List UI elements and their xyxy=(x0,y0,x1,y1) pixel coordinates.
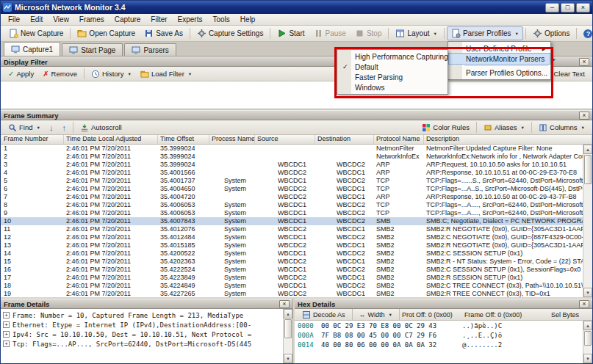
autoscroll-button[interactable]: Autoscroll xyxy=(76,121,126,134)
width-button[interactable]: ↔ Width ▼ xyxy=(355,309,397,321)
save-as-button[interactable]: Save As xyxy=(140,26,187,40)
new-capture-button[interactable]: New Capture xyxy=(4,26,68,40)
scroll-thumb[interactable] xyxy=(584,155,592,184)
submenu-item[interactable]: Faster Parsing xyxy=(338,72,447,82)
close-panel-icon[interactable]: × xyxy=(579,112,589,120)
frame-detail-node[interactable]: + Frame: Number = 10, Captured Frame Len… xyxy=(3,310,283,320)
expand-icon[interactable]: + xyxy=(3,312,10,318)
menu-item[interactable]: Experts xyxy=(173,15,208,24)
maximize-button[interactable]: □ xyxy=(561,3,575,12)
frame-row[interactable]: 12 2:46:01 PM 7/20/2011 35.4012484 Syste… xyxy=(1,233,583,241)
tab[interactable]: Start Page xyxy=(62,43,123,56)
frame-row[interactable]: 11 2:46:01 PM 7/20/2011 35.4012076 Syste… xyxy=(1,225,583,233)
menu-item[interactable]: Parser Profiles Options... xyxy=(449,68,550,78)
hex-row[interactable]: 0014 40 00 80 06 00 00 0A 0A 0A 32 @....… xyxy=(298,341,583,351)
columns-button[interactable]: Columns ▼ xyxy=(534,121,589,134)
tab[interactable]: Capture1 xyxy=(4,42,60,56)
expand-icon[interactable]: + xyxy=(3,321,10,328)
tab[interactable]: Parsers xyxy=(124,43,176,56)
column-header-process-name[interactable]: Process Name xyxy=(209,135,255,144)
find-button[interactable]: Find ▼ xyxy=(4,121,45,134)
menu-item[interactable]: Frames xyxy=(74,15,109,24)
frame-row[interactable]: 3 2:46:01 PM 7/20/2011 35.3999024 WBCDC1… xyxy=(1,161,583,169)
layout-button[interactable]: Layout ▼ xyxy=(391,26,441,40)
scroll-up-button[interactable]: ▲ xyxy=(583,321,592,330)
scroll-thumb[interactable] xyxy=(584,331,592,346)
menu-item[interactable]: User Defined Profile ▶ xyxy=(449,43,550,54)
scroll-up-button[interactable]: ▲ xyxy=(284,309,292,318)
frame-details-scrollbar[interactable]: ▲ ▼ xyxy=(283,309,292,363)
frame-detail-node[interactable]: + Ipv4: Src = 10.10.10.50, Dest = 10.10.… xyxy=(3,330,283,339)
parser-profiles-button[interactable]: Parser Profiles ▼ xyxy=(447,26,523,40)
close-panel-icon[interactable]: × xyxy=(279,300,290,308)
frame-row[interactable]: 14 2:46:01 PM 7/20/2011 35.4200522 Syste… xyxy=(1,250,583,258)
frame-detail-node[interactable]: + Ethernet: Etype = Internet IP (IPv4),D… xyxy=(3,320,283,330)
decode-as-button[interactable]: Decode As xyxy=(298,308,350,321)
hex-row[interactable]: 000A 7F B8 08 00 45 00 00 C7 29 F6 .¸..E… xyxy=(298,332,583,341)
frame-row[interactable]: 6 2:46:01 PM 7/20/2011 35.4004650 System… xyxy=(1,185,583,193)
toolbar-separator xyxy=(270,28,270,39)
frame-row[interactable]: 7 2:46:01 PM 7/20/2011 35.4004720 WBCDC2… xyxy=(1,193,583,201)
close-panel-icon[interactable]: × xyxy=(579,58,589,66)
submenu-item[interactable]: Windows xyxy=(338,82,447,92)
frame-row[interactable]: 9 2:46:01 PM 7/20/2011 35.4006053 System… xyxy=(1,209,583,217)
close-panel-icon[interactable]: × xyxy=(579,300,589,308)
frame-row[interactable]: 18 2:46:01 PM 7/20/2011 35.4224849 Syste… xyxy=(1,282,583,290)
frame-table-scrollbar[interactable]: ▲ ▼ xyxy=(583,145,592,297)
column-header-destination[interactable]: Destination xyxy=(315,135,374,144)
display-filter-input[interactable] xyxy=(1,81,592,109)
frame-row[interactable]: 17 2:46:01 PM 7/20/2011 35.4223849 Syste… xyxy=(1,274,583,282)
scroll-up-button[interactable]: ▲ xyxy=(583,145,592,154)
frame-row[interactable]: 5 2:46:01 PM 7/20/2011 35.4001737 System… xyxy=(1,177,583,185)
scroll-down-button[interactable]: ▼ xyxy=(583,354,592,363)
frame-row[interactable]: 2 2:46:01 PM 7/20/2011 35.3999024 Networ… xyxy=(1,153,583,161)
how-do-i-button[interactable]: ? How Do I ▼ xyxy=(579,27,593,40)
menu-item[interactable]: Help xyxy=(235,15,261,24)
menu-item[interactable]: Filter xyxy=(145,15,172,24)
close-button[interactable]: × xyxy=(576,3,590,12)
frame-row[interactable]: 19 2:46:01 PM 7/20/2011 35.4227265 Syste… xyxy=(1,290,583,297)
scroll-down-button[interactable]: ▼ xyxy=(583,288,592,297)
options-button[interactable]: Options xyxy=(528,26,574,40)
load-filter-button[interactable]: Load Filter ▼ xyxy=(136,68,196,81)
frame-row[interactable]: 15 2:46:01 PM 7/20/2011 35.4202363 Syste… xyxy=(1,258,583,266)
menu-item[interactable]: File xyxy=(3,15,25,24)
expand-icon[interactable]: + xyxy=(3,341,10,347)
column-header-source[interactable]: Source xyxy=(255,135,315,144)
hex-row[interactable]: 0000 00 0C 29 E3 70 E8 00 0C 29 43 ..)ãp… xyxy=(298,322,583,332)
apply-button[interactable]: ✓ Apply xyxy=(4,68,38,80)
open-capture-button[interactable]: Open Capture xyxy=(73,26,140,40)
find-prev-button[interactable]: ↑ xyxy=(57,121,71,134)
frame-row[interactable]: 13 2:46:01 PM 7/20/2011 35.4015185 Syste… xyxy=(1,241,583,250)
column-header-time-date[interactable]: Time Date Local Adjusted xyxy=(64,135,158,144)
menu-item[interactable]: View xyxy=(48,15,74,24)
find-next-button[interactable]: ↓ xyxy=(45,121,58,134)
expand-icon[interactable]: + xyxy=(3,331,10,338)
submenu-item[interactable]: High Performance Capturing xyxy=(338,51,447,62)
frame-detail-node[interactable]: + Tcp: Flags=...AP..., SrcPort=62440, Ds… xyxy=(3,339,283,349)
frame-row[interactable]: 1 2:46:01 PM 7/20/2011 35.3999024 Netmon… xyxy=(1,145,583,153)
column-header-protocol-name[interactable]: Protocol Name xyxy=(374,135,424,144)
color-rules-button[interactable]: Color Rules xyxy=(417,121,474,134)
hex-scrollbar[interactable]: ▲ ▼ xyxy=(583,321,592,363)
frame-row[interactable]: 4 2:46:01 PM 7/20/2011 35.4001566 WBCDC2… xyxy=(1,169,583,177)
scroll-thumb[interactable] xyxy=(284,319,292,338)
menu-item[interactable]: Edit xyxy=(25,15,48,24)
history-button[interactable]: History ▼ xyxy=(87,68,136,81)
frame-row[interactable]: 16 2:46:01 PM 7/20/2011 35.4222524 Syste… xyxy=(1,266,583,274)
frame-row[interactable]: 8 2:46:01 PM 7/20/2011 35.4006053 System… xyxy=(1,201,583,209)
menu-item[interactable]: Capture xyxy=(109,15,146,24)
column-header-time-offset[interactable]: Time Offset xyxy=(158,135,209,144)
menu-item[interactable]: NetworkMonitor Parsers ▶ xyxy=(449,54,550,64)
frame-row[interactable]: 10 2:46:01 PM 7/20/2011 35.4007843 Syste… xyxy=(1,217,583,225)
remove-button[interactable]: ✗ Remove xyxy=(38,68,82,80)
capture-settings-button[interactable]: Capture Settings xyxy=(193,26,268,40)
scroll-down-button[interactable]: ▼ xyxy=(284,354,292,363)
column-header-frame-number[interactable]: Frame Number xyxy=(1,135,64,144)
minimize-button[interactable]: – xyxy=(545,3,559,12)
column-header-description[interactable]: Description xyxy=(424,135,592,144)
start-button[interactable]: Start xyxy=(273,26,309,40)
submenu-item[interactable]: ✓ Default xyxy=(338,62,447,72)
aliases-button[interactable]: Aliases ▼ xyxy=(479,121,529,134)
menu-item[interactable]: Tools xyxy=(207,15,234,24)
